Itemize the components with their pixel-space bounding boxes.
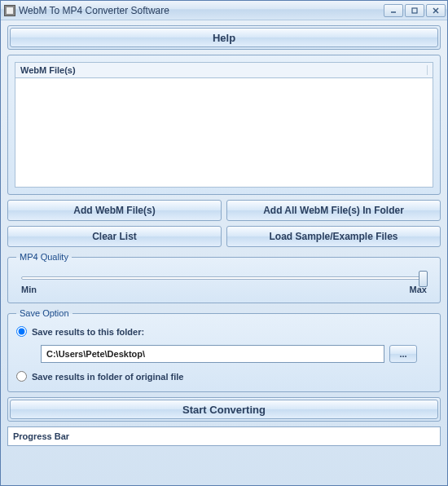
add-folder-button[interactable]: Add All WebM File(s) In Folder [226,200,441,221]
start-converting-button[interactable]: Start Converting [10,400,438,419]
save-to-folder-label: Save results to this folder: [32,327,144,337]
minimize-button[interactable] [384,4,403,17]
svg-rect-1 [412,8,417,13]
save-original-label: Save results in folder of original file [32,372,183,382]
client-area: Help WebM File(s) Add WebM File(s) Add A… [1,20,447,485]
titlebar: WebM To MP4 Converter Software [1,1,447,20]
quality-min-label: Min [21,285,37,294]
start-panel: Start Converting [7,397,441,422]
window-title: WebM To MP4 Converter Software [19,5,382,16]
help-button[interactable]: Help [10,28,438,47]
quality-slider[interactable] [21,276,427,280]
file-list-header-label: WebM File(s) [20,65,427,75]
file-list-header: WebM File(s) [15,62,433,77]
load-sample-button[interactable]: Load Sample/Example Files [226,226,441,247]
save-option-group: Save Option Save results to this folder:… [7,308,441,392]
quality-slider-wrap: Min Max [16,268,432,294]
help-panel: Help [7,25,441,50]
save-path-row: ... [16,338,432,369]
clear-list-button[interactable]: Clear List [7,226,222,247]
file-list-panel: WebM File(s) [7,55,441,195]
quality-group: MP4 Quality Min Max [7,252,441,303]
save-option-legend: Save Option [16,308,72,318]
main-window: WebM To MP4 Converter Software Help WebM… [0,0,448,486]
quality-labels: Min Max [20,285,428,294]
save-to-folder-radio[interactable] [16,326,27,337]
file-list-body[interactable] [15,77,433,188]
quality-slider-thumb[interactable] [419,271,428,287]
save-original-row[interactable]: Save results in folder of original file [16,371,432,382]
quality-legend: MP4 Quality [16,252,72,262]
save-path-input[interactable] [41,345,384,363]
app-icon [4,5,15,16]
button-row-1: Add WebM File(s) Add All WebM File(s) In… [7,200,441,221]
add-files-button[interactable]: Add WebM File(s) [7,200,222,221]
save-original-radio[interactable] [16,371,27,382]
column-divider [427,65,428,75]
close-button[interactable] [426,4,446,17]
save-to-folder-row[interactable]: Save results to this folder: [16,326,432,337]
maximize-button[interactable] [405,4,424,17]
progress-bar: Progress Bar [7,426,441,446]
progress-label: Progress Bar [13,431,69,441]
browse-button[interactable]: ... [389,345,417,363]
button-row-2: Clear List Load Sample/Example Files [7,226,441,247]
